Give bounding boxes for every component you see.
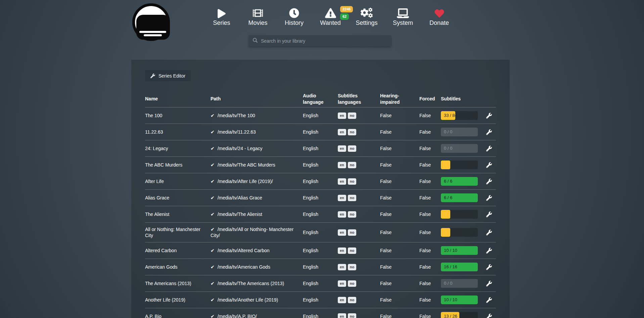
language-badge: en	[338, 195, 346, 201]
subtitles-languages: enno	[338, 108, 380, 123]
subtitles-progress-label: 0 / 0	[444, 144, 452, 153]
heart-icon	[421, 7, 457, 18]
edit-series-button[interactable]	[486, 248, 492, 254]
series-path-text: /media/tv/Altered Carbon	[218, 248, 270, 253]
check-icon: ✔	[211, 162, 215, 168]
nav-item-wanted[interactable]: 2246 62 Wanted	[312, 7, 349, 27]
edit-series-button[interactable]	[486, 230, 492, 235]
subtitles-progress-label: 10 / 10	[444, 296, 457, 304]
edit-series-button[interactable]	[486, 129, 492, 135]
subtitles-languages: enno	[338, 141, 380, 155]
header-hearing-impaired: Hearing-impaired	[380, 93, 419, 105]
wrench-icon	[486, 146, 492, 151]
edit-series-button[interactable]	[486, 281, 492, 286]
nav-label: System	[385, 19, 421, 27]
edit-series-button[interactable]	[486, 162, 492, 168]
edit-series-button[interactable]	[486, 297, 492, 303]
forced-value: False	[419, 260, 441, 274]
series-name[interactable]: The 100	[145, 109, 211, 122]
subtitles-languages: enno	[338, 225, 380, 239]
subtitles-progress: 10 / 10	[441, 296, 478, 304]
subtitles-progress-label: 6 / 6	[444, 177, 452, 186]
nav-item-history[interactable]: 2246 History	[276, 7, 312, 27]
nav-item-donate[interactable]: Donate	[421, 7, 457, 27]
series-name[interactable]: The ABC Murders	[145, 158, 211, 172]
nav-label: Wanted	[312, 19, 349, 27]
forced-value: False	[419, 310, 441, 318]
edit-series-button[interactable]	[486, 146, 492, 151]
series-name[interactable]: American Gods	[145, 260, 211, 274]
series-name[interactable]: The Alienist	[145, 208, 211, 221]
audio-language: English	[303, 310, 338, 318]
forced-value: False	[419, 277, 441, 290]
edit-series-button[interactable]	[486, 314, 492, 318]
audio-language: English	[303, 158, 338, 172]
edit-series-button[interactable]	[486, 113, 492, 119]
nav-item-system[interactable]: System	[385, 7, 421, 27]
language-badge: en	[338, 112, 346, 119]
nav-item-settings[interactable]: Settings	[349, 7, 385, 27]
search-input[interactable]	[261, 38, 387, 44]
edit-series-button[interactable]	[486, 264, 492, 270]
hearing-impaired-value: False	[380, 226, 419, 239]
check-icon: ✔	[211, 264, 215, 270]
series-name[interactable]: 11.22.63	[145, 125, 211, 139]
series-name[interactable]: Another Life (2019)	[145, 293, 211, 307]
forced-value: False	[419, 208, 441, 221]
hearing-impaired-value: False	[380, 109, 419, 122]
forced-value: False	[419, 175, 441, 188]
bazarr-logo[interactable]	[132, 3, 170, 41]
header-subtitles-languages: Subtitles languages	[338, 93, 380, 105]
series-path-text: /media/tv/Another Life (2019)	[218, 297, 278, 303]
series-name[interactable]: A.P. Bio	[145, 310, 211, 318]
series-name[interactable]: The Americans (2013)	[145, 277, 211, 290]
series-name[interactable]: After Life	[145, 175, 211, 188]
series-name[interactable]: Alias Grace	[145, 191, 211, 205]
series-path-text: /media/tv/11.22.63	[218, 129, 256, 135]
series-path: ✔/media/tv/Alias Grace	[211, 191, 303, 205]
wrench-icon	[486, 179, 492, 184]
subtitles-progress: 0 / 0	[441, 128, 478, 136]
subtitles-progress-label: 13 / 26	[444, 312, 457, 318]
series-path: ✔/media/tv/The Americans (2013)	[211, 277, 303, 290]
subtitles-languages: enno	[338, 276, 380, 290]
language-badge: no	[348, 229, 356, 236]
language-badge: no	[348, 162, 356, 168]
language-badge: no	[348, 264, 356, 270]
check-icon: ✔	[211, 314, 215, 318]
edit-series-button[interactable]	[486, 195, 492, 201]
series-name[interactable]: Altered Carbon	[145, 244, 211, 257]
series-path-text: /media/tv/A.P. BIO/	[218, 314, 257, 318]
nav-item-movies[interactable]: Movies	[240, 7, 276, 27]
subtitles-languages: enno	[338, 158, 380, 172]
forced-value: False	[419, 244, 441, 257]
edit-series-button[interactable]	[486, 179, 492, 184]
series-editor-button[interactable]: Series Editor	[145, 70, 191, 81]
edit-series-button[interactable]	[486, 212, 492, 217]
subtitles-progress-label: 33 / 84	[444, 111, 457, 120]
table-row: A.P. Bio ✔/media/tv/A.P. BIO/ English en…	[145, 308, 496, 318]
clock-icon	[276, 7, 312, 18]
subtitles-progress: 33 / 84	[441, 111, 478, 120]
hearing-impaired-value: False	[380, 260, 419, 274]
subtitles-progress-fill	[441, 161, 450, 169]
series-table: Name Path Audio language Subtitles langu…	[145, 91, 496, 318]
table-row: The Americans (2013) ✔/media/tv/The Amer…	[145, 275, 496, 292]
subtitles-languages: enno	[338, 293, 380, 307]
language-badge: en	[338, 211, 346, 218]
language-badge: en	[338, 162, 346, 168]
subtitles-progress-fill	[441, 228, 450, 237]
wrench-icon	[486, 162, 492, 168]
series-path-text: /media/tv/All or Nothing- Manchester Cit…	[211, 227, 293, 238]
language-badge: en	[338, 247, 346, 254]
subtitles-languages: enno	[338, 191, 380, 205]
header-audio-language: Audio language	[303, 93, 338, 105]
language-badge: en	[338, 280, 346, 287]
series-name[interactable]: All or Nothing: Manchester City	[145, 223, 211, 242]
nav-item-series[interactable]: Series	[203, 7, 240, 27]
wrench-icon	[486, 129, 492, 135]
series-name[interactable]: 24: Legacy	[145, 142, 211, 155]
forced-value: False	[419, 158, 441, 172]
nav-label: Settings	[349, 19, 385, 27]
audio-language: English	[303, 109, 338, 122]
